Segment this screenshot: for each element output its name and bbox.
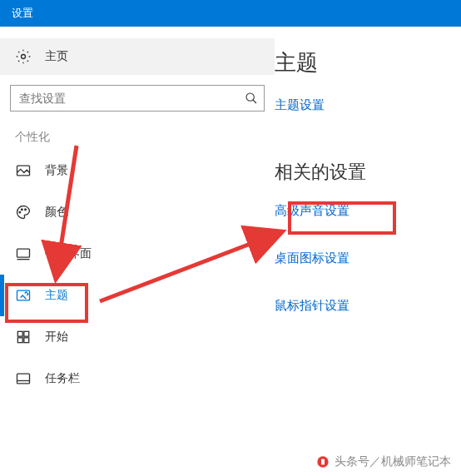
- link-desktop-icons[interactable]: 桌面图标设置: [275, 250, 349, 266]
- svg-rect-14: [17, 374, 30, 384]
- page-title: 主题: [275, 48, 461, 77]
- image-icon: [15, 162, 32, 179]
- svg-point-0: [22, 55, 26, 59]
- watermark: 头条号／机械师笔记本: [316, 454, 451, 469]
- home-button[interactable]: 主页: [0, 38, 275, 75]
- taskbar-icon: [15, 370, 32, 387]
- sidebar-item-label: 锁屏界面: [45, 246, 92, 261]
- content-area: 主页 个性化 背景: [0, 27, 461, 476]
- sidebar-item-label: 主题: [45, 288, 68, 303]
- window-titlebar: 设置: [0, 0, 461, 27]
- svg-rect-12: [17, 338, 22, 343]
- sidebar-item-label: 开始: [45, 330, 68, 345]
- link-theme-settings[interactable]: 主题设置: [275, 97, 325, 113]
- pen-icon: [15, 287, 32, 304]
- svg-rect-19: [321, 459, 325, 465]
- svg-point-4: [19, 211, 21, 213]
- home-label: 主页: [45, 49, 68, 64]
- svg-point-5: [22, 209, 23, 211]
- watermark-icon: [316, 455, 330, 469]
- search-container: [10, 85, 265, 112]
- sidebar-item-background[interactable]: 背景: [0, 150, 275, 191]
- svg-rect-7: [17, 249, 30, 257]
- sidebar-item-start[interactable]: 开始: [0, 316, 275, 358]
- search-input[interactable]: [10, 85, 265, 112]
- section-label: 个性化: [0, 112, 275, 150]
- sidebar-item-label: 颜色: [45, 205, 68, 220]
- related-heading: 相关的设置: [275, 160, 461, 185]
- svg-rect-13: [24, 338, 29, 343]
- sidebar-item-lockscreen[interactable]: 锁屏界面: [0, 233, 275, 275]
- link-advanced-sound[interactable]: 高级声音设置: [275, 203, 349, 219]
- main-panel: 主题 主题设置 相关的设置 高级声音设置 桌面图标设置 鼠标指针设置: [275, 27, 461, 476]
- svg-rect-11: [24, 331, 29, 336]
- svg-rect-10: [17, 331, 22, 336]
- start-icon: [15, 329, 32, 345]
- sidebar-item-label: 任务栏: [45, 371, 80, 386]
- window-title: 设置: [12, 7, 33, 19]
- watermark-text: 头条号／机械师笔记本: [335, 454, 451, 469]
- gear-icon: [15, 48, 32, 65]
- active-indicator: [0, 275, 4, 316]
- sidebar-item-themes[interactable]: 主题: [0, 275, 275, 316]
- sidebar-item-label: 背景: [45, 163, 68, 178]
- link-mouse-pointer[interactable]: 鼠标指针设置: [275, 298, 349, 314]
- nav-list: 背景 颜色 锁屏界面: [0, 150, 275, 399]
- sidebar-item-taskbar[interactable]: 任务栏: [0, 358, 275, 399]
- palette-icon: [15, 204, 32, 221]
- sidebar-item-colors[interactable]: 颜色: [0, 191, 275, 233]
- lockscreen-icon: [15, 245, 32, 262]
- sidebar: 主页 个性化 背景: [0, 27, 275, 476]
- svg-point-6: [25, 209, 27, 211]
